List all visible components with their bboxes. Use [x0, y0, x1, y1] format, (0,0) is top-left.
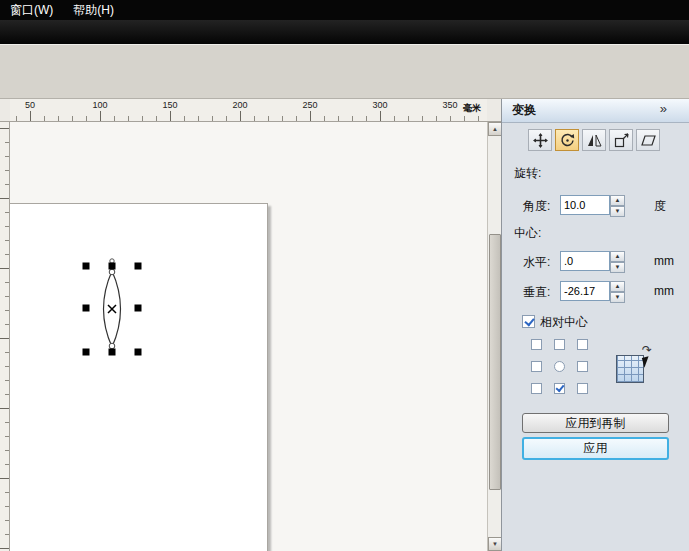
- skew-icon: [641, 133, 656, 148]
- page[interactable]: [10, 203, 268, 551]
- vertical-unit-label: mm: [654, 284, 674, 298]
- angle-unit-label: 度: [654, 198, 666, 215]
- apply-to-duplicate-button[interactable]: 应用到再制: [522, 413, 669, 433]
- vertical-scrollbar[interactable]: ▲ ▼: [487, 122, 501, 551]
- ruler-tick-label: 100: [92, 100, 107, 110]
- center-section-label: 中心:: [514, 225, 541, 242]
- vertical-ruler[interactable]: [0, 122, 10, 551]
- ruler-tick-label: 200: [232, 100, 247, 110]
- ruler-tick-label: 50: [25, 100, 35, 110]
- anchor-bottom-center[interactable]: [554, 383, 565, 394]
- anchor-preview-graphic: ↷: [612, 345, 652, 387]
- relative-center-label: 相对中心: [540, 314, 588, 331]
- horizontal-stepper[interactable]: ▲ ▼: [610, 251, 625, 271]
- horizontal-unit-label: mm: [654, 254, 674, 268]
- transform-docker: 变换 »: [501, 99, 689, 551]
- menu-help[interactable]: 帮助(H): [63, 0, 124, 20]
- tab-position[interactable]: [528, 129, 552, 151]
- anchor-bottom-right[interactable]: [577, 383, 588, 394]
- ruler-corner: [0, 99, 10, 122]
- size-icon: [614, 133, 629, 148]
- scrollbar-thumb[interactable]: [489, 234, 501, 490]
- tab-rotation[interactable]: [555, 129, 579, 151]
- property-bar: ▼ ▼ .2 mm ▼ ▲ ▼: [0, 44, 689, 99]
- tab-scale-mirror[interactable]: [582, 129, 606, 151]
- checkmark-icon: [524, 316, 534, 327]
- ruler-tick-label: 150: [162, 100, 177, 110]
- menu-bar: 窗口(W) 帮助(H): [0, 0, 689, 20]
- apply-button[interactable]: 应用: [522, 437, 669, 460]
- center-x-marker[interactable]: [108, 305, 116, 313]
- stepper-down-icon[interactable]: ▼: [610, 292, 625, 303]
- rotation-section-label: 旋转:: [514, 165, 541, 182]
- checkmark-icon: [556, 383, 565, 392]
- angle-label: 角度:: [523, 198, 550, 215]
- mirror-icon: [587, 133, 602, 148]
- ruler-scroll-corner: [487, 99, 501, 122]
- stepper-up-icon[interactable]: ▲: [610, 251, 625, 262]
- ruler-tick-label: 350: [442, 100, 457, 110]
- vertical-label: 垂直:: [523, 284, 550, 301]
- selected-shape[interactable]: [78, 258, 146, 362]
- scroll-down-icon[interactable]: ▼: [488, 537, 502, 551]
- drawing-canvas[interactable]: [10, 122, 487, 551]
- stepper-up-icon[interactable]: ▲: [610, 195, 625, 206]
- docker-more-icon[interactable]: »: [660, 101, 667, 116]
- vertical-stepper[interactable]: ▲ ▼: [610, 281, 625, 301]
- anchor-middle-right[interactable]: [577, 361, 588, 372]
- ruler-unit-label: 毫米: [463, 102, 481, 115]
- anchor-middle-left[interactable]: [531, 361, 542, 372]
- shape-node[interactable]: [109, 343, 115, 349]
- angle-stepper[interactable]: ▲ ▼: [610, 195, 625, 215]
- stepper-down-icon[interactable]: ▼: [610, 262, 625, 273]
- anchor-top-right[interactable]: [577, 339, 588, 350]
- anchor-top-left[interactable]: [531, 339, 542, 350]
- rotate-icon: [560, 133, 575, 148]
- anchor-middle-center[interactable]: [554, 361, 565, 372]
- anchor-top-center[interactable]: [554, 339, 565, 350]
- relative-center-checkbox[interactable]: [522, 315, 535, 328]
- horizontal-input[interactable]: [560, 251, 610, 271]
- anchor-bottom-left[interactable]: [531, 383, 542, 394]
- ruler-tick-label: 250: [302, 100, 317, 110]
- cursor-icon: [642, 356, 651, 367]
- position-icon: [533, 133, 548, 148]
- grid-icon: [616, 355, 644, 383]
- scroll-up-icon[interactable]: ▲: [488, 122, 502, 136]
- stepper-down-icon[interactable]: ▼: [610, 206, 625, 217]
- tab-skew[interactable]: [636, 129, 660, 151]
- horizontal-ruler[interactable]: 50 100 150 200 250 300 350 毫米: [10, 99, 487, 122]
- stepper-up-icon[interactable]: ▲: [610, 281, 625, 292]
- app-window: 窗口(W) 帮助(H) ▼ ▼: [0, 0, 689, 551]
- ruler-tick-label: 300: [372, 100, 387, 110]
- tab-size[interactable]: [609, 129, 633, 151]
- menu-window[interactable]: 窗口(W): [0, 0, 63, 20]
- vertical-input[interactable]: [560, 281, 610, 301]
- angle-input[interactable]: [560, 195, 610, 215]
- title-strip: [0, 20, 689, 44]
- shape-node[interactable]: [109, 269, 115, 275]
- docker-header: 变换 »: [502, 99, 689, 123]
- horizontal-label: 水平:: [523, 254, 550, 271]
- docker-title: 变换: [502, 102, 536, 119]
